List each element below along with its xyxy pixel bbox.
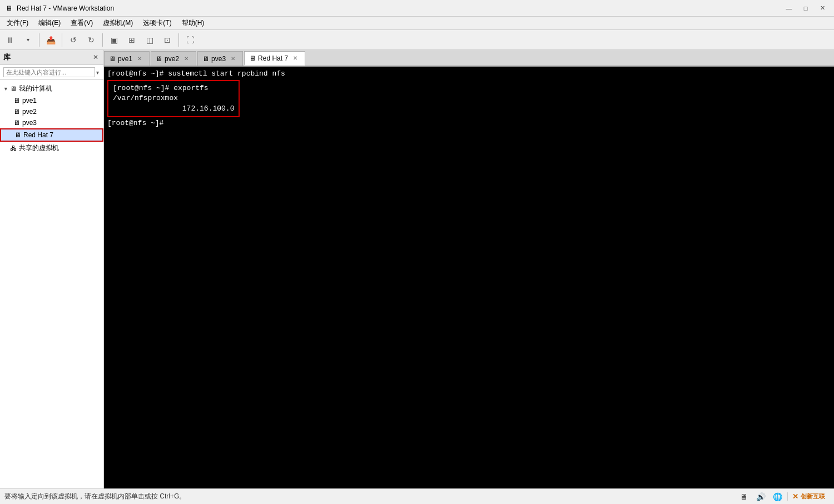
tab-close-redhat7[interactable]: ✕ — [291, 54, 299, 62]
sidebar-item-pve2[interactable]: 🖥 pve2 — [0, 106, 103, 117]
sidebar-header: 库 ✕ — [0, 50, 103, 65]
tab-pve2[interactable]: 🖥 pve2 ✕ — [151, 51, 196, 66]
sidebar-item-pve1[interactable]: 🖥 pve1 — [0, 95, 103, 106]
fullscreen-button[interactable]: ⛶ — [182, 32, 198, 48]
pve2-label: pve2 — [22, 108, 37, 116]
loop-fwd-button[interactable]: ↻ — [83, 32, 99, 48]
terminal-line-3: /var/nfsproxmox — [113, 93, 234, 103]
menu-file[interactable]: 文件(F) — [2, 17, 33, 29]
main-layout: 库 ✕ ▾ ▼ 🖥 我的计算机 🖥 pve1 🖥 pve2 — [0, 50, 834, 488]
sidebar-item-redhat7[interactable]: 🖥 Red Hat 7 — [0, 128, 103, 142]
tab-close-pve1[interactable]: ✕ — [136, 55, 143, 63]
computer-icon: 🖥 — [10, 85, 17, 93]
screen-dual-button[interactable]: ◫ — [142, 32, 157, 48]
sidebar-item-pve3[interactable]: 🖥 pve3 — [0, 117, 103, 128]
loop-back-button[interactable]: ↺ — [66, 32, 81, 48]
sidebar: 库 ✕ ▾ ▼ 🖥 我的计算机 🖥 pve1 🖥 pve2 — [0, 50, 104, 488]
sidebar-search: ▾ — [0, 65, 103, 80]
tab-icon-redhat7: 🖥 — [249, 54, 256, 62]
terminal-area[interactable]: [root@nfs ~]# sustemctl start rpcbind nf… — [104, 67, 834, 488]
shared-vms-icon: 🖧 — [10, 144, 17, 152]
menu-edit[interactable]: 编辑(E) — [34, 17, 65, 29]
close-button[interactable]: ✕ — [815, 3, 830, 14]
tabs-bar: 🖥 pve1 ✕ 🖥 pve2 ✕ 🖥 pve3 ✕ 🖥 Red Hat 7 ✕ — [104, 50, 834, 67]
status-icon-monitor[interactable]: 🖥 — [737, 491, 751, 502]
sidebar-search-input[interactable] — [3, 67, 95, 77]
my-computer-label: 我的计算机 — [19, 84, 52, 93]
status-text: 要将输入定向到该虚拟机，请在虚拟机内部单击或按 Ctrl+G。 — [4, 492, 737, 501]
menu-view[interactable]: 查看(V) — [66, 17, 97, 29]
sidebar-item-shared-vms[interactable]: 🖧 共享的虚拟机 — [0, 142, 103, 154]
window-controls: — □ ✕ — [782, 3, 830, 14]
pause-button[interactable]: ⏸ — [2, 32, 18, 48]
tab-icon-pve1: 🖥 — [109, 55, 116, 63]
status-icons: 🖥 🔊 🌐 ✕ 创新互联 — [737, 491, 830, 502]
vm-icon-redhat7: 🖥 — [14, 131, 21, 139]
tab-label-pve1: pve1 — [118, 55, 132, 63]
brand-text: 创新互联 — [801, 492, 825, 501]
tab-redhat7[interactable]: 🖥 Red Hat 7 ✕ — [244, 51, 305, 66]
redhat7-label: Red Hat 7 — [23, 131, 53, 139]
terminal-line-2: [root@nfs ~]# exportfs — [113, 83, 234, 93]
terminal-line-4: 172.16.100.0 — [113, 104, 234, 114]
screen-split-button[interactable]: ⊞ — [124, 32, 140, 48]
menu-vm[interactable]: 虚拟机(M) — [98, 17, 137, 29]
tab-icon-pve3: 🖥 — [202, 55, 209, 63]
terminal-line-1: [root@nfs ~]# sustemctl start rpcbind nf… — [107, 69, 831, 79]
status-icon-sound[interactable]: 🔊 — [754, 491, 767, 502]
tab-close-pve3[interactable]: ✕ — [229, 55, 237, 63]
menu-bar: 文件(F) 编辑(E) 查看(V) 虚拟机(M) 选项卡(T) 帮助(H) — [0, 17, 834, 30]
terminal-line-5: [root@nfs ~]# — [107, 118, 831, 128]
content-area: 🖥 pve1 ✕ 🖥 pve2 ✕ 🖥 pve3 ✕ 🖥 Red Hat 7 ✕ — [104, 50, 834, 488]
screen-grid-button[interactable]: ⊡ — [160, 32, 175, 48]
pve3-label: pve3 — [22, 119, 37, 127]
sidebar-tree: ▼ 🖥 我的计算机 🖥 pve1 🖥 pve2 🖥 pve3 🖥 — [0, 80, 103, 488]
terminal-highlight-box: [root@nfs ~]# exportfs /var/nfsproxmox 1… — [107, 80, 240, 117]
tab-icon-pve2: 🖥 — [156, 55, 162, 63]
search-dropdown-icon[interactable]: ▾ — [95, 69, 100, 76]
toolbar-sep-2 — [62, 33, 62, 47]
vm-icon-pve3: 🖥 — [13, 119, 20, 127]
tab-label-pve3: pve3 — [211, 55, 226, 63]
pve1-label: pve1 — [22, 97, 37, 104]
minimize-button[interactable]: — — [782, 3, 796, 14]
sidebar-close-button[interactable]: ✕ — [91, 53, 100, 62]
title-bar: 🖥 Red Hat 7 - VMware Workstation — □ ✕ — [0, 0, 834, 17]
tab-close-pve2[interactable]: ✕ — [182, 55, 190, 63]
my-computer-header[interactable]: ▼ 🖥 我的计算机 — [0, 82, 103, 95]
app-title: Red Hat 7 - VMware Workstation — [17, 4, 782, 12]
menu-help[interactable]: 帮助(H) — [177, 17, 209, 29]
toolbar-sep-3 — [102, 33, 103, 47]
send-button[interactable]: 📤 — [43, 32, 58, 48]
tab-pve1[interactable]: 🖥 pve1 ✕ — [104, 51, 150, 66]
pause-dropdown[interactable]: ▾ — [20, 32, 36, 48]
tab-label-redhat7: Red Hat 7 — [258, 54, 288, 62]
toolbar: ⏸ ▾ 📤 ↺ ↻ ▣ ⊞ ◫ ⊡ ⛶ — [0, 30, 834, 50]
toolbar-sep-1 — [39, 33, 39, 47]
menu-tab[interactable]: 选项卡(T) — [138, 17, 176, 29]
brand-logo: ✕ 创新互联 — [787, 492, 830, 501]
status-icon-network[interactable]: 🌐 — [771, 491, 784, 502]
vm-icon-pve2: 🖥 — [13, 108, 20, 116]
maximize-button[interactable]: □ — [798, 3, 813, 14]
vm-icon-pve1: 🖥 — [13, 97, 20, 104]
toolbar-sep-4 — [178, 33, 179, 47]
shared-vms-label: 共享的虚拟机 — [19, 143, 59, 153]
sidebar-title: 库 — [3, 52, 11, 62]
tab-pve3[interactable]: 🖥 pve3 ✕ — [197, 51, 243, 66]
screen-single-button[interactable]: ▣ — [106, 32, 122, 48]
status-bar: 要将输入定向到该虚拟机，请在虚拟机内部单击或按 Ctrl+G。 🖥 🔊 🌐 ✕ … — [0, 488, 834, 504]
expand-icon: ▼ — [3, 86, 8, 92]
my-computer-group: ▼ 🖥 我的计算机 🖥 pve1 🖥 pve2 🖥 pve3 🖥 — [0, 82, 103, 154]
app-icon: 🖥 — [4, 4, 13, 13]
tab-label-pve2: pve2 — [165, 55, 179, 63]
